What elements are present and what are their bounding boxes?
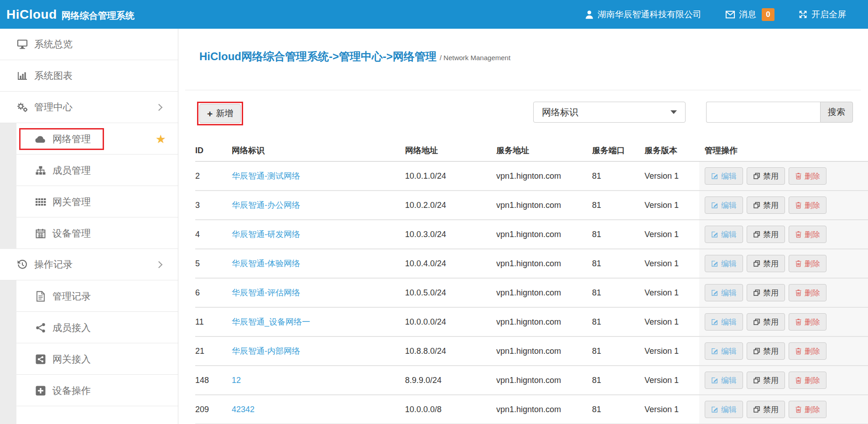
edit-button[interactable]: 编辑	[705, 372, 743, 389]
cell-id: 148	[195, 366, 232, 394]
column-header: 服务地址	[496, 140, 592, 161]
sidebar-item-system-overview[interactable]: 系统总览	[0, 29, 178, 60]
trash-icon	[795, 406, 802, 413]
edit-button[interactable]: 编辑	[705, 167, 743, 185]
disable-button[interactable]: 禁用	[747, 196, 785, 214]
network-name-link[interactable]: 华辰智通-办公网络	[232, 200, 300, 211]
sidebar-item-op-records[interactable]: 操作记录	[0, 249, 178, 280]
sidebar-item-gateway-mgmt[interactable]: 网关管理	[0, 186, 178, 217]
add-button[interactable]: 新增	[199, 104, 241, 123]
sidebar-item-admin-center[interactable]: 管理中心	[0, 92, 178, 123]
fullscreen-icon	[798, 10, 808, 19]
cell-network-address: 10.0.4.0/24	[405, 249, 496, 278]
search-input[interactable]	[706, 102, 820, 123]
column-header: 管理操作	[699, 140, 868, 161]
sidebar: 系统总览系统图表管理中心网络管理成员管理网关管理设备管理操作记录管理记录成员接入…	[0, 29, 178, 424]
sidebar-item-member-mgmt[interactable]: 成员管理	[0, 155, 178, 186]
messages-count-badge: 0	[762, 8, 774, 21]
edit-button[interactable]: 编辑	[705, 196, 743, 214]
cell-actions: 编辑禁用删除	[699, 162, 868, 190]
brand-name: HiCloud	[6, 7, 57, 22]
disable-button[interactable]: 禁用	[747, 372, 785, 389]
disable-button[interactable]: 禁用	[747, 284, 785, 301]
delete-button[interactable]: 删除	[789, 372, 826, 389]
cell-network-address: 10.0.1.0/24	[405, 162, 496, 190]
sidebar-item-label: 设备管理	[52, 227, 91, 240]
network-name-link[interactable]: 华辰智通-研发网络	[232, 229, 300, 240]
edit-button[interactable]: 编辑	[705, 313, 743, 331]
edit-button[interactable]: 编辑	[705, 226, 743, 243]
sidebar-item-device-ops[interactable]: 设备操作	[0, 375, 178, 406]
table-row: 4华辰智通-研发网络10.0.3.0/24vpn1.hignton.com81V…	[195, 220, 868, 249]
cell-network-address: 10.8.8.0/24	[405, 337, 496, 365]
delete-button[interactable]: 删除	[789, 196, 826, 214]
cell-service-address: vpn1.hignton.com	[496, 220, 592, 248]
edit-button[interactable]: 编辑	[705, 255, 743, 272]
clone-icon	[753, 347, 760, 355]
delete-button[interactable]: 删除	[789, 167, 826, 185]
column-header: 服务端口	[592, 140, 645, 161]
clone-icon	[753, 406, 760, 413]
star-icon[interactable]	[156, 133, 166, 145]
edit-icon	[711, 202, 718, 209]
network-name-link[interactable]: 12	[232, 376, 241, 385]
cell-network-address: 10.0.2.0/24	[405, 191, 496, 219]
delete-button[interactable]: 删除	[789, 342, 826, 360]
disable-button[interactable]: 禁用	[747, 226, 785, 243]
disable-button[interactable]: 禁用	[747, 342, 785, 360]
cell-service-address: vpn1.hignton.com	[496, 249, 592, 278]
delete-button[interactable]: 删除	[789, 284, 826, 301]
cell-service-port: 81	[592, 366, 645, 394]
cell-service-version: Version 1	[645, 308, 699, 336]
cell-actions: 编辑禁用删除	[699, 308, 868, 336]
cell-id: 6	[195, 279, 232, 307]
clone-icon	[753, 318, 760, 326]
cell-service-version: Version 1	[645, 162, 699, 190]
network-name-link[interactable]: 42342	[232, 405, 255, 414]
cell-service-version: Version 1	[645, 279, 699, 307]
fullscreen-button[interactable]: 开启全屏	[798, 9, 846, 21]
sidebar-item-device-mgmt[interactable]: 设备管理	[0, 217, 178, 249]
sidebar-item-member-access[interactable]: 成员接入	[0, 312, 178, 343]
edit-button[interactable]: 编辑	[705, 342, 743, 360]
cell-network-address: 10.0.0.0/8	[405, 395, 496, 424]
grid-icon	[35, 197, 47, 207]
network-name-link[interactable]: 华辰智通-内部网络	[232, 346, 300, 357]
sidebar-item-label: 系统总览	[34, 38, 73, 51]
fullscreen-label: 开启全屏	[811, 9, 846, 21]
cell-service-version: Version 1	[645, 191, 699, 219]
delete-button[interactable]: 删除	[789, 255, 826, 272]
history-icon	[16, 259, 28, 270]
breadcrumb-subtitle: / Network Management	[440, 54, 510, 62]
delete-button[interactable]: 删除	[789, 226, 826, 243]
network-name-link[interactable]: 华辰智通-评估网络	[232, 287, 300, 298]
messages-button[interactable]: 消息 0	[725, 8, 774, 21]
user-icon	[585, 10, 594, 20]
delete-button[interactable]: 删除	[789, 313, 826, 331]
filter-select[interactable]: 网络标识	[533, 102, 686, 123]
disable-button[interactable]: 禁用	[747, 401, 785, 418]
edit-icon	[711, 260, 718, 267]
disable-button[interactable]: 禁用	[747, 313, 785, 331]
sidebar-item-system-charts[interactable]: 系统图表	[0, 60, 178, 92]
monitor-icon	[16, 39, 28, 50]
table-header-row: ID网络标识网络地址服务地址服务端口服务版本管理操作	[195, 140, 868, 162]
search-button[interactable]: 搜索	[820, 102, 853, 123]
sidebar-item-admin-records[interactable]: 管理记录	[0, 280, 178, 312]
cell-service-version: Version 1	[645, 220, 699, 248]
breadcrumb-title: HiCloud网络综合管理系统->管理中心->网络管理	[199, 50, 437, 62]
disable-button[interactable]: 禁用	[747, 255, 785, 272]
delete-button[interactable]: 删除	[789, 401, 826, 418]
chevron-right-icon	[156, 261, 163, 269]
sidebar-item-network-mgmt[interactable]: 网络管理	[0, 123, 178, 155]
network-name-link[interactable]: 华辰智通-体验网络	[232, 258, 300, 269]
edit-button[interactable]: 编辑	[705, 401, 743, 418]
plus-icon	[207, 109, 213, 119]
cell-id: 209	[195, 395, 232, 424]
network-name-link[interactable]: 华辰智通-测试网络	[232, 171, 300, 181]
edit-button[interactable]: 编辑	[705, 284, 743, 301]
network-name-link[interactable]: 华辰智通_设备网络一	[232, 316, 310, 327]
sidebar-item-gateway-access[interactable]: 网关接入	[0, 343, 178, 375]
disable-button[interactable]: 禁用	[747, 167, 785, 185]
company-menu[interactable]: 湖南华辰智通科技有限公司	[585, 9, 702, 21]
